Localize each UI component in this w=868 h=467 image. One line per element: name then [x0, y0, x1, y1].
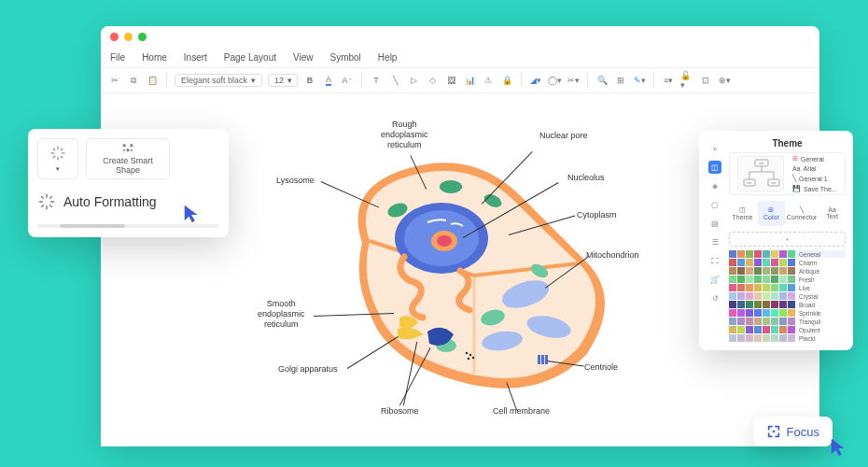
stroke-icon[interactable]: ◯▾	[548, 74, 561, 87]
font-select[interactable]: Elegant soft black▾	[175, 74, 262, 87]
menu-page-layout[interactable]: Page Layout	[224, 52, 276, 63]
fill-icon[interactable]: ◢▾	[529, 74, 542, 87]
paste-icon[interactable]: 📋	[146, 74, 159, 87]
palette-broad[interactable]: Broad	[729, 301, 846, 308]
svg-point-14	[469, 354, 472, 357]
label-nucleolus: Nucleolus	[567, 173, 605, 183]
label-ribosome: Ribosome	[381, 406, 419, 417]
theme-opt-general1[interactable]: ╲General 1	[792, 175, 837, 182]
line-tool-icon[interactable]: ╲	[388, 74, 401, 87]
palette-antique[interactable]: Antique	[729, 267, 846, 275]
svg-line-39	[41, 205, 44, 207]
svg-line-26	[53, 156, 55, 158]
pointer-icon[interactable]: ▷	[407, 74, 420, 87]
menu-help[interactable]: Help	[378, 52, 398, 63]
font-color-icon[interactable]: A	[322, 74, 335, 87]
theme-add-button[interactable]: +	[729, 232, 846, 247]
menu-symbol[interactable]: Symbol	[330, 52, 361, 63]
focus-button[interactable]: Focus	[753, 417, 833, 446]
chart-icon[interactable]: 📊	[463, 74, 476, 87]
warn-icon[interactable]: ⚠	[482, 74, 495, 87]
palette-crystal[interactable]: Crystal	[729, 292, 846, 300]
theme-tab-color[interactable]: ⊞Color	[758, 201, 785, 226]
theme-opt-general[interactable]: ⊞General	[792, 155, 837, 163]
theme-tab-connector[interactable]: ╲Connector	[787, 201, 817, 226]
grid-icon[interactable]: ⊡	[699, 74, 712, 87]
rail-cart-icon[interactable]: 🛒	[708, 273, 721, 286]
palette-live[interactable]: Live	[729, 284, 846, 291]
rail-history-icon[interactable]: ↺	[708, 291, 721, 304]
cut-icon[interactable]: ✂	[108, 74, 121, 87]
palette-placid[interactable]: Placid	[729, 334, 846, 342]
svg-point-3	[437, 235, 452, 247]
palette-tranquil[interactable]: Tranquil	[729, 318, 846, 325]
layer-icon[interactable]: 🔓▾	[680, 74, 693, 87]
label-rough-er: Rough endoplasmic reticulum	[381, 120, 428, 149]
table-icon[interactable]: ⊞	[614, 74, 627, 87]
palette-general[interactable]: General	[729, 250, 846, 258]
search-icon[interactable]: 🔍	[595, 74, 609, 87]
svg-line-27	[61, 149, 63, 150]
pen-icon[interactable]: ✎▾	[633, 74, 646, 87]
crop-icon[interactable]: ✂▾	[567, 74, 580, 87]
copy-icon[interactable]: ⧉	[127, 74, 140, 87]
theme-preview: texttexttext ⊞General AaArial ╲General 1…	[729, 152, 846, 195]
theme-title: Theme	[729, 138, 846, 149]
menu-view[interactable]: View	[293, 52, 314, 63]
label-lysosome: Lysosome	[276, 176, 315, 186]
theme-opt-arial[interactable]: AaArial	[792, 165, 837, 172]
rail-box-icon[interactable]: ▢	[708, 198, 721, 211]
menu-insert[interactable]: Insert	[184, 52, 207, 63]
image-icon[interactable]: 🖼	[444, 74, 457, 87]
menu-home[interactable]: Home	[142, 52, 167, 63]
svg-point-30	[126, 149, 129, 151]
palette-fresh[interactable]: Fresh	[729, 276, 846, 283]
sparkle-dropdown[interactable]: ▾	[37, 138, 78, 179]
close-dot[interactable]	[110, 33, 119, 41]
rail-collapse-icon[interactable]: »	[708, 142, 721, 155]
label-centriole: Centriole	[584, 362, 618, 373]
svg-point-47	[772, 431, 775, 433]
theme-tab-text[interactable]: AaText	[819, 201, 846, 226]
palette-sprinkle[interactable]: Sprinkle	[729, 309, 846, 317]
theme-tab-theme[interactable]: ◫Theme	[729, 201, 756, 226]
svg-line-37	[41, 196, 44, 199]
svg-text:text: text	[748, 181, 752, 185]
bold-icon[interactable]: B	[303, 74, 316, 87]
palette-charm[interactable]: Charm	[729, 259, 846, 266]
svg-line-24	[53, 149, 55, 150]
auto-formatting-slider[interactable]	[37, 224, 219, 228]
svg-point-16	[472, 357, 475, 360]
label-cell-membrane: Cell membrane	[493, 406, 550, 417]
maximize-dot[interactable]	[138, 33, 147, 41]
more-icon[interactable]: ⊕▾	[718, 74, 731, 87]
theme-opt-save[interactable]: 💾Save The...	[792, 185, 837, 192]
rail-page-icon[interactable]: ▤	[708, 217, 721, 230]
rail-outline-icon[interactable]: ☰	[708, 235, 721, 248]
svg-rect-17	[538, 355, 540, 364]
create-smart-shape-button[interactable]: Create Smart Shape	[86, 138, 170, 179]
minimize-dot[interactable]	[124, 33, 133, 41]
label-mitochondrion: Mitochondrion	[586, 250, 639, 261]
svg-line-38	[49, 205, 52, 207]
cursor-icon	[829, 437, 849, 458]
rail-layers-icon[interactable]: ◈	[708, 179, 721, 192]
label-golgi: Golgi apparatus	[278, 364, 338, 375]
palette-opulent[interactable]: Opulent	[729, 326, 846, 333]
highlight-icon[interactable]: A⁻	[341, 74, 354, 87]
shape-icon[interactable]: ◇	[426, 74, 439, 87]
lock-icon[interactable]: 🔒	[500, 74, 513, 87]
svg-point-13	[466, 352, 469, 355]
svg-point-8	[440, 180, 462, 193]
label-nuclear-pore: Nuclear pore	[539, 131, 588, 141]
label-cytoplasm: Cytoplasm	[577, 210, 617, 220]
align-icon[interactable]: ≡▾	[662, 74, 675, 87]
text-tool-icon[interactable]: T	[370, 74, 383, 87]
svg-line-25	[61, 156, 63, 158]
toolbar: ✂ ⧉ 📋 Elegant soft black▾ 12▾ B A A⁻ T ╲…	[101, 67, 819, 93]
rail-theme-icon[interactable]: ◫	[708, 161, 721, 174]
rail-expand-icon[interactable]: ⛶	[708, 254, 721, 267]
font-size-select[interactable]: 12▾	[268, 74, 298, 87]
palette-list: GeneralCharmAntiqueFreshLiveCrystalBroad…	[729, 250, 846, 342]
menu-file[interactable]: File	[110, 52, 125, 63]
